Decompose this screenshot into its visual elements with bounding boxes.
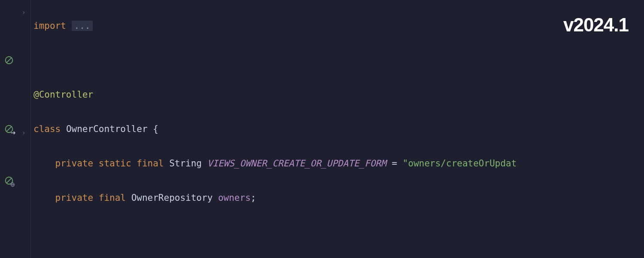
version-label: v2024.1 — [563, 16, 629, 34]
keyword-private: private — [55, 193, 94, 203]
semicolon: ; — [251, 193, 256, 203]
code-line[interactable]: private static final String VIEWS_OWNER_… — [33, 155, 644, 172]
keyword-final: final — [99, 193, 126, 203]
code-editor[interactable]: › › import ... @Controller class OwnerCo… — [0, 0, 644, 258]
code-line[interactable]: class OwnerController { — [33, 120, 644, 138]
no-symbol-icon[interactable] — [4, 55, 14, 65]
brace-open: { — [153, 124, 158, 134]
string-literal: "owners/createOrUpdat — [403, 158, 517, 169]
folded-imports[interactable]: ... — [72, 21, 93, 31]
keyword-class: class — [33, 124, 61, 134]
code-line — [33, 52, 644, 69]
keyword-private: private — [55, 158, 94, 169]
class-name: OwnerController — [66, 124, 148, 134]
field-owners: owners — [218, 193, 251, 203]
keyword-import: import — [33, 21, 72, 31]
fold-chevron-icon[interactable]: › — [21, 4, 27, 21]
annotation-controller: @Controller — [33, 89, 93, 100]
code-line — [33, 224, 644, 241]
fold-chevron-icon[interactable]: › — [21, 124, 27, 141]
globe-icon[interactable] — [8, 180, 17, 189]
code-area[interactable]: import ... @Controller class OwnerContro… — [31, 0, 644, 258]
code-line[interactable]: import ... — [33, 17, 644, 34]
code-line[interactable]: @Controller — [33, 86, 644, 103]
keyword-final: final — [137, 158, 164, 169]
type-owner-repo: OwnerRepository — [131, 193, 213, 203]
gutter: › › — [0, 0, 31, 258]
operator-eq: = — [392, 158, 398, 169]
constant-name: VIEWS_OWNER_CREATE_OR_UPDATE_FORM — [207, 158, 386, 169]
svg-line-1 — [6, 58, 12, 63]
arrow-right-icon[interactable] — [9, 128, 18, 138]
keyword-static: static — [99, 158, 131, 169]
code-line[interactable]: private final OwnerRepository owners; — [33, 189, 644, 206]
type-string: String — [169, 158, 202, 169]
